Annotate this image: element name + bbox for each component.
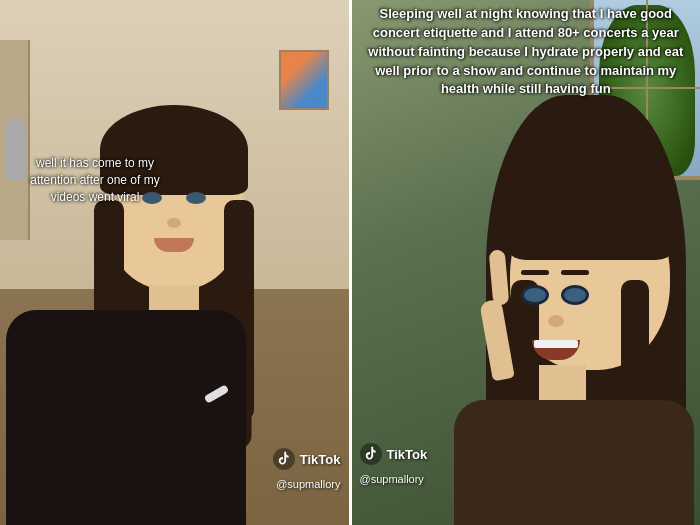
right-teeth bbox=[534, 340, 578, 348]
left-panel: well it has come to my attention after o… bbox=[0, 0, 349, 525]
left-artwork bbox=[279, 50, 329, 110]
left-nose bbox=[167, 218, 181, 228]
right-tiktok-handle: @supmallory bbox=[360, 473, 424, 485]
left-caption: well it has come to my attention after o… bbox=[15, 155, 175, 205]
right-panel: Sleeping well at night knowing that I ha… bbox=[352, 0, 701, 525]
right-eye-right bbox=[561, 285, 589, 305]
right-eyebrow-right bbox=[561, 270, 589, 275]
right-person-hair-top bbox=[510, 175, 672, 260]
left-body-clothing bbox=[6, 310, 246, 525]
left-tiktok-handle: @supmallory bbox=[276, 478, 340, 490]
right-eye-left bbox=[521, 285, 549, 305]
tiktok-label-left: TikTok bbox=[300, 452, 341, 467]
right-caption: Sleeping well at night knowing that I ha… bbox=[357, 5, 696, 99]
svg-point-0 bbox=[273, 448, 295, 470]
right-nose bbox=[548, 315, 564, 327]
tiktok-icon-left bbox=[273, 448, 295, 470]
tiktok-icon-right bbox=[360, 443, 382, 465]
main-container: well it has come to my attention after o… bbox=[0, 0, 700, 525]
right-tiktok-brand: TikTok bbox=[360, 443, 428, 465]
right-eyebrow-left bbox=[521, 270, 549, 275]
left-tiktok-brand: TikTok bbox=[273, 448, 341, 470]
right-body-clothing bbox=[454, 400, 694, 525]
svg-point-1 bbox=[360, 443, 382, 465]
tiktok-label-right: TikTok bbox=[387, 447, 428, 462]
